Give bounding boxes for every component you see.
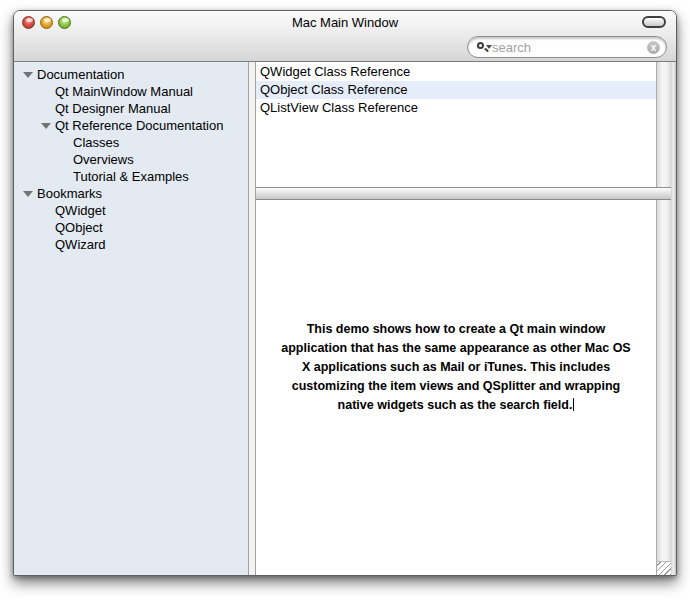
tree-item-label: QWidget xyxy=(55,203,106,218)
right-panes: QWidget Class ReferenceQObject Class Ref… xyxy=(256,62,671,576)
tree-item-label: Qt MainWindow Manual xyxy=(55,84,193,99)
twisty-spacer xyxy=(39,83,55,100)
toolbar-toggle-button[interactable] xyxy=(642,16,666,28)
disclosure-triangle-icon[interactable] xyxy=(21,66,37,83)
search-magnifier-icon[interactable] xyxy=(476,40,492,54)
window-title: Mac Main Window xyxy=(14,15,676,30)
list-scrollbar[interactable] xyxy=(656,62,671,187)
tree-item-label: Bookmarks xyxy=(37,186,102,201)
window-chrome: Mac Main Window x xyxy=(14,11,676,62)
search-input[interactable] xyxy=(492,40,647,55)
tree-item-label: Qt Designer Manual xyxy=(55,101,171,116)
list-item[interactable]: QObject Class Reference xyxy=(256,81,656,99)
app-window: Mac Main Window x DocumentationQt MainWi… xyxy=(13,10,677,576)
list-item[interactable]: QListView Class Reference xyxy=(256,99,656,117)
tree-item[interactable]: QWidget xyxy=(14,202,248,219)
tree-item-label: QWizard xyxy=(55,237,106,252)
tree-item[interactable]: Qt Reference Documentation xyxy=(14,117,248,134)
twisty-spacer xyxy=(39,219,55,236)
horizontal-splitter[interactable] xyxy=(256,187,671,200)
list-item[interactable]: QWidget Class Reference xyxy=(256,63,656,81)
twisty-spacer xyxy=(57,134,73,151)
tree-item[interactable]: Documentation xyxy=(14,66,248,83)
tree-item[interactable]: Qt MainWindow Manual xyxy=(14,83,248,100)
editor-scroll-column xyxy=(656,200,671,576)
tree-item-label: Tutorial & Examples xyxy=(73,169,189,184)
tree-item[interactable]: QWizard xyxy=(14,236,248,253)
content-area: DocumentationQt MainWindow ManualQt Desi… xyxy=(14,62,676,576)
tree-item-label: Classes xyxy=(73,135,119,150)
reference-list: QWidget Class ReferenceQObject Class Ref… xyxy=(256,62,656,187)
editor-pane: This demo shows how to create a Qt main … xyxy=(256,200,671,576)
tree-item[interactable]: Qt Designer Manual xyxy=(14,100,248,117)
resize-grip[interactable] xyxy=(656,561,671,576)
tree-item[interactable]: Overviews xyxy=(14,151,248,168)
disclosure-triangle-icon[interactable] xyxy=(39,117,55,134)
window-right-edge xyxy=(671,62,676,576)
titlebar[interactable]: Mac Main Window xyxy=(14,11,676,33)
vertical-splitter[interactable] xyxy=(248,62,256,576)
twisty-spacer xyxy=(57,151,73,168)
twisty-spacer xyxy=(39,100,55,117)
tree-item-label: Documentation xyxy=(37,67,124,82)
tree-item-label: Overviews xyxy=(73,152,134,167)
tree-item[interactable]: Bookmarks xyxy=(14,185,248,202)
tree-item[interactable]: QObject xyxy=(14,219,248,236)
search-menu-chevron-icon xyxy=(486,45,492,52)
editor-scrollbar[interactable] xyxy=(656,200,671,561)
tree-item[interactable]: Tutorial & Examples xyxy=(14,168,248,185)
text-editor[interactable]: This demo shows how to create a Qt main … xyxy=(256,200,656,576)
reference-list-pane: QWidget Class ReferenceQObject Class Ref… xyxy=(256,62,671,187)
twisty-spacer xyxy=(57,168,73,185)
twisty-spacer xyxy=(39,236,55,253)
tree-item-label: QObject xyxy=(55,220,103,235)
toolbar: x xyxy=(14,33,676,62)
twisty-spacer xyxy=(39,202,55,219)
tree-item[interactable]: Classes xyxy=(14,134,248,151)
sidebar-tree: DocumentationQt MainWindow ManualQt Desi… xyxy=(14,62,248,576)
disclosure-triangle-icon[interactable] xyxy=(21,185,37,202)
editor-text: This demo shows how to create a Qt main … xyxy=(256,320,656,415)
search-clear-icon[interactable]: x xyxy=(647,41,660,54)
search-field[interactable]: x xyxy=(467,36,667,58)
tree-item-label: Qt Reference Documentation xyxy=(55,118,223,133)
